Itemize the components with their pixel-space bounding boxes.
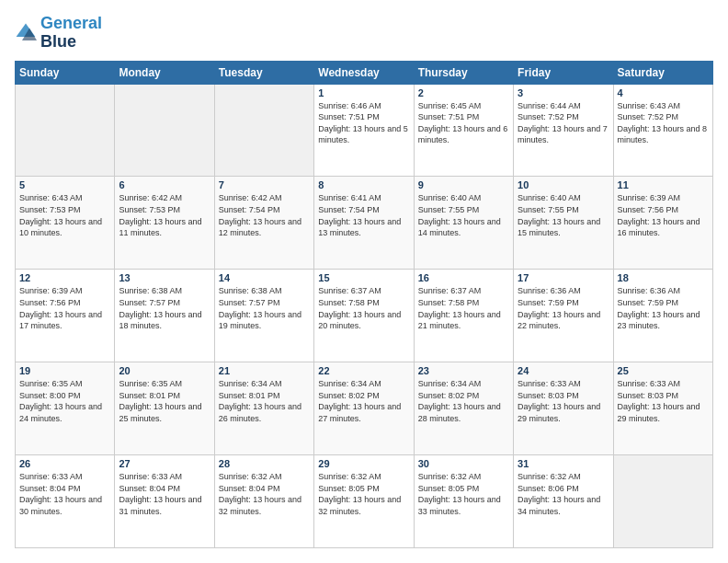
- day-info: Sunrise: 6:38 AM Sunset: 7:57 PM Dayligh…: [219, 285, 310, 331]
- day-info: Sunrise: 6:36 AM Sunset: 7:59 PM Dayligh…: [518, 285, 609, 331]
- day-info: Sunrise: 6:40 AM Sunset: 7:55 PM Dayligh…: [418, 192, 509, 238]
- week-row-1: 1Sunrise: 6:46 AM Sunset: 7:51 PM Daylig…: [16, 84, 713, 177]
- day-number: 4: [618, 87, 709, 98]
- day-cell: 17Sunrise: 6:36 AM Sunset: 7:59 PM Dayli…: [514, 270, 613, 362]
- day-number: 26: [19, 458, 110, 469]
- day-info: Sunrise: 6:37 AM Sunset: 7:58 PM Dayligh…: [318, 285, 409, 331]
- day-cell: 22Sunrise: 6:34 AM Sunset: 8:02 PM Dayli…: [314, 362, 414, 455]
- weekday-thursday: Thursday: [414, 61, 513, 84]
- day-number: 8: [318, 179, 409, 190]
- day-cell: 9Sunrise: 6:40 AM Sunset: 7:55 PM Daylig…: [414, 177, 513, 270]
- day-number: 14: [219, 272, 310, 283]
- day-info: Sunrise: 6:32 AM Sunset: 8:06 PM Dayligh…: [518, 471, 609, 517]
- day-number: 31: [518, 458, 609, 469]
- day-cell: 8Sunrise: 6:41 AM Sunset: 7:54 PM Daylig…: [314, 177, 414, 270]
- weekday-friday: Friday: [514, 61, 613, 84]
- day-info: Sunrise: 6:35 AM Sunset: 8:00 PM Dayligh…: [19, 378, 110, 424]
- day-number: 27: [119, 458, 210, 469]
- day-number: 29: [318, 458, 409, 469]
- day-cell: 26Sunrise: 6:33 AM Sunset: 8:04 PM Dayli…: [16, 455, 115, 548]
- day-number: 16: [418, 272, 509, 283]
- day-cell: [115, 84, 214, 177]
- day-number: 30: [418, 458, 509, 469]
- day-cell: [16, 84, 115, 177]
- day-number: 3: [518, 87, 609, 98]
- day-info: Sunrise: 6:33 AM Sunset: 8:04 PM Dayligh…: [119, 471, 210, 517]
- day-info: Sunrise: 6:44 AM Sunset: 7:52 PM Dayligh…: [518, 100, 609, 146]
- day-info: Sunrise: 6:33 AM Sunset: 8:03 PM Dayligh…: [518, 378, 609, 424]
- day-cell: 11Sunrise: 6:39 AM Sunset: 7:56 PM Dayli…: [613, 177, 712, 270]
- header: General Blue: [15, 15, 713, 52]
- day-cell: 23Sunrise: 6:34 AM Sunset: 8:02 PM Dayli…: [414, 362, 513, 455]
- day-info: Sunrise: 6:34 AM Sunset: 8:01 PM Dayligh…: [219, 378, 310, 424]
- day-cell: 12Sunrise: 6:39 AM Sunset: 7:56 PM Dayli…: [16, 270, 115, 362]
- day-info: Sunrise: 6:40 AM Sunset: 7:55 PM Dayligh…: [518, 192, 609, 238]
- page: General Blue SundayMondayTuesdayWednesda…: [0, 0, 728, 563]
- day-info: Sunrise: 6:33 AM Sunset: 8:03 PM Dayligh…: [618, 378, 709, 424]
- day-number: 2: [418, 87, 509, 98]
- week-row-4: 19Sunrise: 6:35 AM Sunset: 8:00 PM Dayli…: [16, 362, 713, 455]
- day-cell: 6Sunrise: 6:42 AM Sunset: 7:53 PM Daylig…: [115, 177, 214, 270]
- day-number: 12: [19, 272, 110, 283]
- day-cell: 15Sunrise: 6:37 AM Sunset: 7:58 PM Dayli…: [314, 270, 414, 362]
- day-info: Sunrise: 6:32 AM Sunset: 8:05 PM Dayligh…: [418, 471, 509, 517]
- day-number: 1: [318, 87, 409, 98]
- day-info: Sunrise: 6:32 AM Sunset: 8:05 PM Dayligh…: [318, 471, 409, 517]
- day-info: Sunrise: 6:34 AM Sunset: 8:02 PM Dayligh…: [418, 378, 509, 424]
- day-number: 6: [119, 179, 210, 190]
- day-cell: 5Sunrise: 6:43 AM Sunset: 7:53 PM Daylig…: [16, 177, 115, 270]
- day-number: 10: [518, 179, 609, 190]
- day-number: 11: [618, 179, 709, 190]
- day-cell: 19Sunrise: 6:35 AM Sunset: 8:00 PM Dayli…: [16, 362, 115, 455]
- day-number: 7: [219, 179, 310, 190]
- day-number: 20: [119, 365, 210, 376]
- weekday-monday: Monday: [115, 61, 214, 84]
- day-cell: 3Sunrise: 6:44 AM Sunset: 7:52 PM Daylig…: [514, 84, 613, 177]
- logo-icon: [15, 22, 37, 44]
- day-number: 23: [418, 365, 509, 376]
- day-cell: 30Sunrise: 6:32 AM Sunset: 8:05 PM Dayli…: [414, 455, 513, 548]
- day-cell: 16Sunrise: 6:37 AM Sunset: 7:58 PM Dayli…: [414, 270, 513, 362]
- day-info: Sunrise: 6:43 AM Sunset: 7:52 PM Dayligh…: [618, 100, 709, 146]
- day-info: Sunrise: 6:39 AM Sunset: 7:56 PM Dayligh…: [618, 192, 709, 238]
- day-cell: 1Sunrise: 6:46 AM Sunset: 7:51 PM Daylig…: [314, 84, 414, 177]
- day-cell: 13Sunrise: 6:38 AM Sunset: 7:57 PM Dayli…: [115, 270, 214, 362]
- day-number: 28: [219, 458, 310, 469]
- day-number: 13: [119, 272, 210, 283]
- day-cell: 29Sunrise: 6:32 AM Sunset: 8:05 PM Dayli…: [314, 455, 414, 548]
- day-cell: 28Sunrise: 6:32 AM Sunset: 8:04 PM Dayli…: [214, 455, 313, 548]
- day-cell: 31Sunrise: 6:32 AM Sunset: 8:06 PM Dayli…: [514, 455, 613, 548]
- day-number: 5: [19, 179, 110, 190]
- week-row-5: 26Sunrise: 6:33 AM Sunset: 8:04 PM Dayli…: [16, 455, 713, 548]
- day-info: Sunrise: 6:36 AM Sunset: 7:59 PM Dayligh…: [618, 285, 709, 331]
- logo: General Blue: [15, 15, 102, 52]
- day-info: Sunrise: 6:39 AM Sunset: 7:56 PM Dayligh…: [19, 285, 110, 331]
- day-number: 24: [518, 365, 609, 376]
- day-number: 19: [19, 365, 110, 376]
- day-number: 15: [318, 272, 409, 283]
- calendar-table: SundayMondayTuesdayWednesdayThursdayFrid…: [15, 61, 713, 548]
- day-info: Sunrise: 6:42 AM Sunset: 7:54 PM Dayligh…: [219, 192, 310, 238]
- day-cell: 25Sunrise: 6:33 AM Sunset: 8:03 PM Dayli…: [613, 362, 712, 455]
- day-cell: 2Sunrise: 6:45 AM Sunset: 7:51 PM Daylig…: [414, 84, 513, 177]
- day-cell: 21Sunrise: 6:34 AM Sunset: 8:01 PM Dayli…: [214, 362, 313, 455]
- day-info: Sunrise: 6:45 AM Sunset: 7:51 PM Dayligh…: [418, 100, 509, 146]
- day-cell: 18Sunrise: 6:36 AM Sunset: 7:59 PM Dayli…: [613, 270, 712, 362]
- logo-text: General Blue: [40, 15, 102, 52]
- day-info: Sunrise: 6:34 AM Sunset: 8:02 PM Dayligh…: [318, 378, 409, 424]
- week-row-3: 12Sunrise: 6:39 AM Sunset: 7:56 PM Dayli…: [16, 270, 713, 362]
- day-number: 22: [318, 365, 409, 376]
- weekday-wednesday: Wednesday: [314, 61, 414, 84]
- day-cell: [613, 455, 712, 548]
- day-number: 9: [418, 179, 509, 190]
- day-info: Sunrise: 6:41 AM Sunset: 7:54 PM Dayligh…: [318, 192, 409, 238]
- day-cell: 7Sunrise: 6:42 AM Sunset: 7:54 PM Daylig…: [214, 177, 313, 270]
- day-info: Sunrise: 6:33 AM Sunset: 8:04 PM Dayligh…: [19, 471, 110, 517]
- day-info: Sunrise: 6:38 AM Sunset: 7:57 PM Dayligh…: [119, 285, 210, 331]
- day-cell: 4Sunrise: 6:43 AM Sunset: 7:52 PM Daylig…: [613, 84, 712, 177]
- day-info: Sunrise: 6:37 AM Sunset: 7:58 PM Dayligh…: [418, 285, 509, 331]
- day-number: 25: [618, 365, 709, 376]
- day-info: Sunrise: 6:42 AM Sunset: 7:53 PM Dayligh…: [119, 192, 210, 238]
- day-cell: 24Sunrise: 6:33 AM Sunset: 8:03 PM Dayli…: [514, 362, 613, 455]
- day-info: Sunrise: 6:35 AM Sunset: 8:01 PM Dayligh…: [119, 378, 210, 424]
